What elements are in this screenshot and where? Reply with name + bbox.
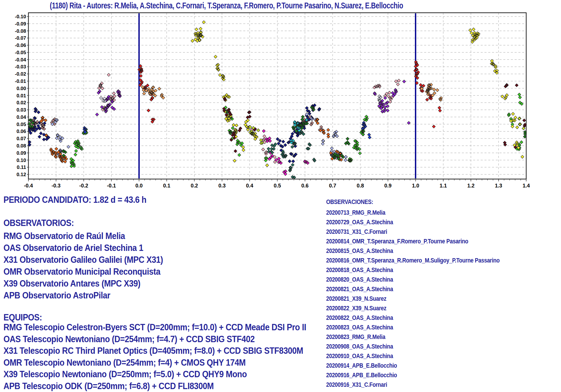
- svg-text:1.0: 1.0: [412, 183, 419, 189]
- observatory-item: X39 Observatorio Antares (MPC X39): [3, 278, 163, 289]
- svg-text:-0.01: -0.01: [15, 79, 26, 84]
- observaciones-list: 20200713_RMG_R.Melia20200729_OAS_A.Stech…: [326, 208, 500, 389]
- observaciones-title: OBSERVACIONES:: [326, 198, 373, 206]
- svg-text:1.3: 1.3: [495, 183, 502, 189]
- svg-text:0.1: 0.1: [163, 183, 170, 189]
- svg-text:0.9: 0.9: [384, 183, 392, 189]
- svg-text:0.07: 0.07: [17, 136, 26, 141]
- svg-text:-0.07: -0.07: [15, 35, 26, 41]
- observation-item: 20200821_OAS_A.Stechina: [326, 284, 500, 294]
- observation-item: 20200814_OMR_T.Speranza_F.Romero_P.Tourn…: [326, 236, 500, 246]
- svg-text:1.2: 1.2: [467, 183, 475, 189]
- svg-text:0.03: 0.03: [17, 107, 26, 113]
- observation-item: 20200914_APB_E.Bellocchio: [326, 361, 500, 370]
- observatory-item: APB Observatorio AstroPilar: [3, 289, 163, 301]
- svg-text:0.04: 0.04: [17, 114, 26, 120]
- observation-item: 20200910_OAS_A.Stechina: [326, 351, 500, 361]
- svg-text:1.1: 1.1: [440, 183, 447, 189]
- svg-text:-0.05: -0.05: [15, 50, 26, 55]
- observation-item: 20200820_OAS_A.Stechina: [326, 275, 500, 284]
- svg-text:-0.4: -0.4: [24, 183, 33, 189]
- svg-text:0.4: 0.4: [246, 183, 253, 189]
- svg-text:-0.1: -0.1: [107, 183, 116, 189]
- observation-item: 20200818_OAS_A.Stechina: [326, 265, 500, 275]
- observatory-item: RMG Observatorio de Raúl Melia: [3, 230, 163, 242]
- equipment-item: X39 Telescopio Newtoniano (D=250mm; f=5.…: [3, 369, 306, 380]
- observation-item: 20200821_X39_N.Suarez: [326, 294, 500, 303]
- equipment-item: APB Telescopio ODK (D=250mm; f=6.8) + CC…: [3, 380, 306, 392]
- svg-text:0.08: 0.08: [17, 143, 26, 149]
- equipment-item: OAS Telescopio Newtoniano (D=254mm; f=4.…: [3, 333, 306, 345]
- observation-item: 20200823_RMG_R.Melia: [326, 332, 500, 342]
- equipos-list: RMG Telescopio Celestron-Byers SCT (D=20…: [3, 322, 306, 392]
- lightcurve-plot: -0.10-0.09-0.08-0.07-0.06-0.05-0.04-0.03…: [0, 0, 561, 193]
- svg-text:0.05: 0.05: [17, 122, 26, 127]
- observation-item: 20200729_OAS_A.Stechina: [326, 217, 500, 227]
- observation-item: 20200916_APB_E.Bellocchio: [326, 370, 500, 380]
- svg-text:0.11: 0.11: [17, 165, 26, 170]
- observatorios-list: RMG Observatorio de Raúl MeliaOAS Observ…: [3, 230, 163, 301]
- observatorios-title: OBSERVATORIOS:: [3, 218, 74, 228]
- svg-text:-0.03: -0.03: [15, 64, 26, 70]
- svg-text:-0.3: -0.3: [52, 183, 61, 189]
- observation-item: 20200816_OMR_T.Speranza_R.Romero_M.Sulig…: [326, 256, 500, 265]
- observation-item: 20200908_OAS_A.Stechina: [326, 342, 500, 351]
- equipment-item: OMR Telescopio Newtoniano (D=254mm; f=4)…: [3, 357, 306, 369]
- svg-text:1.4: 1.4: [522, 183, 530, 189]
- svg-text:0.06: 0.06: [17, 129, 26, 134]
- observatory-item: X31 Observatorio Galileo Galilei (MPC X3…: [3, 254, 163, 266]
- observation-item: 20200916_X31_C.Fornari: [326, 380, 500, 389]
- svg-text:0.6: 0.6: [301, 183, 308, 189]
- svg-text:-0.2: -0.2: [79, 183, 88, 189]
- svg-text:0.09: 0.09: [17, 150, 26, 156]
- observation-item: 20200822_OAS_A.Stechina: [326, 313, 500, 322]
- svg-text:-0.06: -0.06: [15, 43, 26, 48]
- svg-text:0.01: 0.01: [17, 93, 26, 99]
- period-candidate: PERIODO CANDIDATO: 1.82 d = 43.6 h: [3, 195, 146, 205]
- svg-text:0.3: 0.3: [218, 183, 226, 189]
- observatory-item: OMR Observatorio Municipal Reconquista: [3, 266, 163, 278]
- svg-text:0.02: 0.02: [17, 100, 26, 105]
- svg-text:-0.09: -0.09: [15, 21, 26, 27]
- svg-text:-0.04: -0.04: [15, 57, 26, 63]
- svg-text:0.2: 0.2: [191, 183, 198, 189]
- observation-item: 20200823_OAS_A.Stechina: [326, 322, 500, 332]
- equipment-item: RMG Telescopio Celestron-Byers SCT (D=20…: [3, 322, 306, 333]
- svg-text:0.00: 0.00: [17, 86, 26, 91]
- svg-text:0.7: 0.7: [329, 183, 336, 189]
- svg-text:0.0: 0.0: [135, 183, 143, 189]
- svg-text:0.10: 0.10: [17, 158, 26, 163]
- equipment-item: X31 Telescopio RC Third Planet Optics (D…: [3, 345, 306, 357]
- equipos-title: EQUIPOS:: [3, 312, 42, 323]
- svg-text:0.5: 0.5: [274, 183, 281, 189]
- observation-item: 20200815_OAS_A.Stechina: [326, 246, 500, 256]
- svg-text:-0.10: -0.10: [15, 14, 26, 19]
- svg-text:0.12: 0.12: [17, 172, 26, 177]
- observatory-item: OAS Observatorio de Ariel Stechina 1: [3, 242, 163, 254]
- observation-item: 20200731_X31_C.Fornari: [326, 227, 500, 236]
- observation-item: 20200822_X39_N.Suarez: [326, 303, 500, 313]
- svg-text:-0.08: -0.08: [15, 28, 26, 34]
- svg-text:0.8: 0.8: [357, 183, 364, 189]
- svg-text:-0.02: -0.02: [15, 71, 26, 77]
- observation-item: 20200713_RMG_R.Melia: [326, 208, 500, 217]
